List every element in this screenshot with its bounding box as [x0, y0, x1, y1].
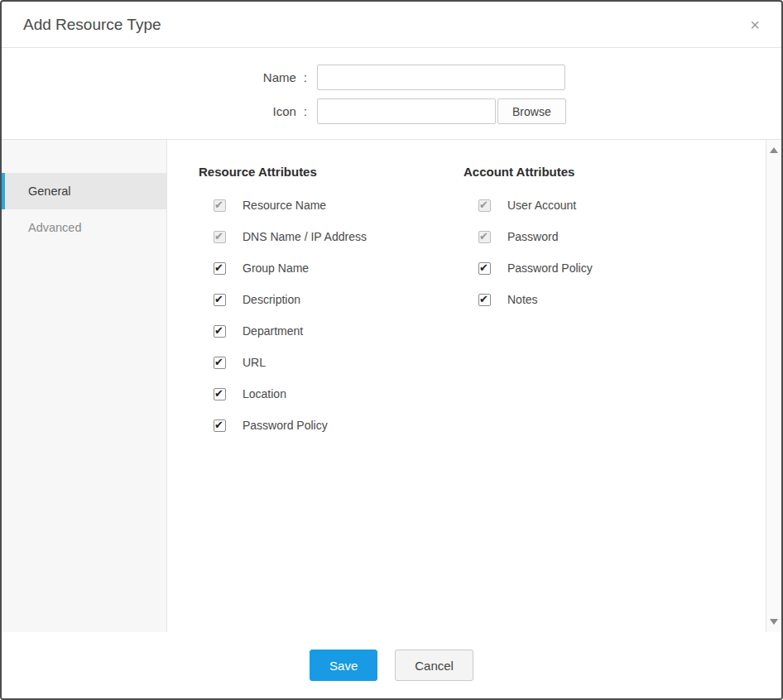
name-colon: : — [304, 70, 307, 84]
checkbox-label: Password Policy — [243, 419, 328, 432]
resource-attributes-list: Resource Name DNS Name / IP Address Grou… — [199, 199, 464, 432]
icon-input[interactable] — [317, 98, 496, 124]
account-attributes-heading: Account Attributes — [464, 165, 766, 179]
checkbox-row[interactable]: Resource Name — [214, 199, 464, 212]
icon-label: Icon : — [2, 104, 317, 118]
scroll-up-icon[interactable] — [770, 147, 778, 153]
checkbox-row[interactable]: Department — [214, 324, 464, 338]
browse-button[interactable]: Browse — [497, 98, 566, 124]
checkbox[interactable] — [214, 294, 226, 306]
checkbox[interactable] — [214, 325, 226, 338]
name-row: Name : — [2, 65, 781, 90]
checkbox[interactable] — [478, 262, 491, 275]
sidebar: General Advanced — [2, 140, 167, 632]
checkbox-label: Department — [243, 324, 303, 338]
vertical-scrollbar[interactable] — [766, 140, 781, 632]
close-icon[interactable]: × — [750, 17, 760, 33]
sidebar-item-label: General — [28, 185, 71, 198]
scroll-down-icon[interactable] — [770, 619, 778, 625]
checkbox — [478, 199, 491, 212]
content-area: General Advanced Resource Attributes Res… — [2, 139, 781, 632]
checkbox-label: Group Name — [243, 261, 309, 275]
resource-attributes-heading: Resource Attributes — [199, 165, 464, 179]
checkbox[interactable] — [214, 420, 226, 432]
checkbox — [478, 231, 491, 243]
checkbox-label: DNS Name / IP Address — [243, 230, 367, 243]
sidebar-item-advanced[interactable]: Advanced — [2, 209, 166, 246]
resource-attributes-column: Resource Attributes Resource Name DNS Na… — [199, 165, 464, 632]
checkbox-label: Password — [507, 230, 558, 243]
checkbox-row[interactable]: User Account — [478, 199, 766, 212]
checkbox[interactable] — [214, 262, 226, 275]
icon-colon: : — [304, 104, 307, 118]
checkbox — [214, 231, 226, 243]
checkbox-label: Description — [243, 293, 300, 306]
checkbox-label: Notes — [507, 293, 538, 306]
checkbox-row[interactable]: Description — [214, 293, 464, 306]
checkbox[interactable] — [214, 357, 226, 369]
dialog-footer: Save Cancel — [2, 632, 781, 698]
checkbox-row[interactable]: Password Policy — [214, 419, 464, 432]
checkbox — [214, 199, 226, 212]
checkbox-label: User Account — [507, 199, 576, 212]
checkbox-row[interactable]: Password Policy — [478, 261, 766, 275]
page-title: Add Resource Type — [23, 16, 161, 34]
checkbox-row[interactable]: Password — [478, 230, 766, 243]
checkbox[interactable] — [214, 388, 226, 400]
save-button[interactable]: Save — [310, 650, 377, 681]
icon-row: Icon : Browse — [2, 98, 781, 124]
checkbox-row[interactable]: Group Name — [214, 261, 464, 275]
checkbox-row[interactable]: Location — [214, 387, 464, 400]
account-attributes-column: Account Attributes User Account Password… — [464, 165, 766, 632]
checkbox-row[interactable]: URL — [214, 356, 464, 369]
sidebar-item-general[interactable]: General — [2, 173, 166, 209]
add-resource-type-dialog: Add Resource Type × Name : Icon : Browse… — [0, 0, 783, 700]
name-label: Name : — [2, 70, 317, 84]
name-input[interactable] — [317, 65, 565, 90]
name-label-text: Name — [263, 70, 296, 84]
attributes-panel: Resource Attributes Resource Name DNS Na… — [167, 140, 766, 632]
form-area: Name : Icon : Browse — [2, 48, 781, 139]
checkbox-row[interactable]: DNS Name / IP Address — [214, 230, 464, 243]
dialog-header: Add Resource Type × — [2, 2, 781, 48]
checkbox-label: Resource Name — [243, 199, 326, 212]
account-attributes-list: User Account Password Password Policy No… — [464, 199, 766, 306]
checkbox-row[interactable]: Notes — [478, 293, 766, 306]
checkbox-label: Password Policy — [507, 261, 593, 275]
icon-label-text: Icon — [272, 104, 295, 118]
sidebar-item-label: Advanced — [28, 221, 82, 234]
checkbox-label: Location — [243, 387, 286, 400]
cancel-button[interactable]: Cancel — [395, 650, 473, 681]
checkbox-label: URL — [243, 356, 266, 369]
checkbox[interactable] — [478, 294, 491, 306]
